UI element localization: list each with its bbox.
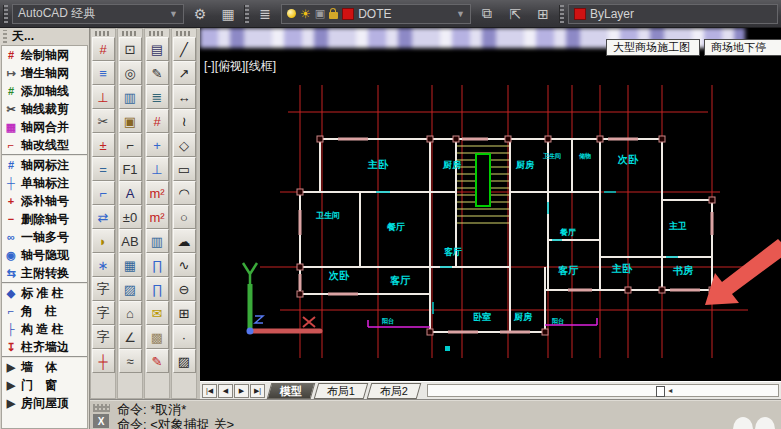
ray-icon[interactable]: ↗ <box>173 61 196 85</box>
ab-leader-icon[interactable]: AB <box>119 229 142 253</box>
circle-icon[interactable]: ○ <box>173 205 196 229</box>
sidebar-menu-item[interactable]: ◉ 轴号隐现 <box>2 246 87 264</box>
axis-tee-icon[interactable]: ⊥ <box>92 85 115 109</box>
toolbar-grip[interactable] <box>149 31 165 36</box>
sidebar-menu-item[interactable]: ⇆ 主附转换 <box>2 264 87 282</box>
wave-line-icon[interactable]: ≈ <box>119 349 142 373</box>
toolbar-grip[interactable] <box>244 5 249 23</box>
sidebar-menu-item[interactable]: − 删除轴号 <box>2 210 87 228</box>
polygon-icon[interactable]: ◇ <box>173 133 196 157</box>
revision-cloud-icon[interactable]: ☁ <box>173 229 196 253</box>
axis-trim-icon[interactable]: ✂ <box>92 109 115 133</box>
calculator-icon[interactable]: ▤ <box>146 37 169 61</box>
table-icon[interactable]: ▦ <box>119 253 142 277</box>
tab-nav-prev-button[interactable]: ◀ <box>218 384 233 398</box>
area-calc-icon[interactable]: m² <box>146 181 169 205</box>
viewport-controls-label[interactable]: [-][俯视][线框] <box>204 58 276 75</box>
axis-swap-icon[interactable]: ⇄ <box>92 205 115 229</box>
layer-properties-button[interactable]: ≣ <box>253 2 277 26</box>
text-style-icon[interactable]: 字 <box>92 277 115 301</box>
door-frame-icon[interactable]: ∏ <box>146 253 169 277</box>
insert-block-icon[interactable]: ⊞ <box>173 301 196 325</box>
ellipse-icon[interactable]: ⊖ <box>173 277 196 301</box>
image-frame-icon[interactable]: ▣ <box>119 109 142 133</box>
make-object-layer-current-button[interactable]: ⧉ <box>475 2 499 26</box>
pencil-icon[interactable]: ✎ <box>146 349 169 373</box>
dome-icon[interactable]: ⌂ <box>119 301 142 325</box>
sidebar-menu-item[interactable]: # 轴网标注 <box>2 154 87 174</box>
construction-line-icon[interactable]: ↔ <box>173 85 196 109</box>
level-symbol-icon[interactable]: ±0 <box>119 205 142 229</box>
scrollbar-left-arrow-icon[interactable]: ◂ <box>668 385 672 396</box>
sidebar-menu-item[interactable]: ▦ 轴网合并 <box>2 118 87 136</box>
mail-icon[interactable]: ✉ <box>146 301 169 325</box>
text-arrow-icon[interactable]: A <box>119 181 142 205</box>
column-insert-icon[interactable]: + <box>146 133 169 157</box>
layer-stack-icon[interactable]: ≣ <box>146 85 169 109</box>
drawing-canvas[interactable]: 大型商场施工图 商场地下停 [-][俯视][线框] <box>200 28 781 399</box>
draw-axis-grid-icon[interactable]: # <box>92 37 115 61</box>
layer-plot-icon[interactable]: ▣ <box>315 7 325 20</box>
axis-dim-icon[interactable]: ┼ <box>92 349 115 373</box>
text-edit-icon[interactable]: 字 <box>92 301 115 325</box>
sheet-edit-icon[interactable]: ✎ <box>146 61 169 85</box>
workspace-save-button[interactable]: ▦ <box>216 2 240 26</box>
layer-states-button[interactable]: ⊞ <box>531 2 555 26</box>
text-box-icon[interactable]: 字 <box>92 325 115 349</box>
spline-icon[interactable]: ∿ <box>173 253 196 277</box>
area-table-icon[interactable]: m² <box>146 205 169 229</box>
point-icon[interactable]: · <box>173 325 196 349</box>
sidebar-menu-item[interactable]: ◆ 标 准 柱 <box>2 282 87 302</box>
door-frame2-icon[interactable]: ∏ <box>146 277 169 301</box>
toolbar-grip[interactable] <box>122 31 138 36</box>
tab-nav-last-button[interactable]: ▶| <box>250 384 265 398</box>
tab-layout2[interactable]: 布局2 <box>367 383 422 399</box>
tab-layout1[interactable]: 布局1 <box>314 383 369 399</box>
layer-on-bulb-icon[interactable] <box>287 9 296 18</box>
toolbar-grip[interactable] <box>559 5 564 23</box>
axis-annotate-icon[interactable]: ≡ <box>92 61 115 85</box>
column-section-icon[interactable]: ▥ <box>119 85 142 109</box>
line-icon[interactable]: ╱ <box>173 37 196 61</box>
axis-grid2-icon[interactable]: # <box>146 109 169 133</box>
sidebar-menu-item[interactable]: ⌐ 轴改线型 <box>2 136 87 154</box>
f1-label-icon[interactable]: F1 <box>119 157 142 181</box>
sidebar-menu-item[interactable]: ↦ 增生轴网 <box>2 64 87 82</box>
sidebar-menu-item[interactable]: ▶ 房间屋顶 <box>2 394 87 412</box>
sidebar-menu-item[interactable]: ∞ 一轴多号 <box>2 228 87 246</box>
horizontal-scrollbar[interactable]: ◂ <box>427 384 779 397</box>
hatch-icon[interactable]: ▨ <box>173 349 196 373</box>
hatch-panel-icon[interactable]: ▨ <box>119 277 142 301</box>
column-star-icon[interactable]: ∗ <box>92 253 115 277</box>
arc-icon[interactable]: ◠ <box>173 181 196 205</box>
layer-unlock-icon[interactable] <box>329 12 338 19</box>
command-history[interactable]: 命令: *取消* 命令: <对象捕捉 关> <box>117 402 234 429</box>
polyline-icon[interactable]: ≀ <box>173 109 196 133</box>
sidebar-title[interactable]: 天... <box>0 28 89 45</box>
double-line-icon[interactable]: = <box>92 157 115 181</box>
sidebar-menu-item[interactable]: ┼ 单轴标注 <box>2 174 87 192</box>
sidebar-menu-item[interactable]: ⌐ 角 柱 <box>2 302 87 320</box>
layer-thaw-sun-icon[interactable]: ☀ <box>300 9 311 19</box>
bag-icon[interactable]: ▩ <box>146 325 169 349</box>
layer-dropdown[interactable]: ☀ ▣ DOTE ▼ <box>281 4 471 24</box>
layer-previous-button[interactable]: ⇱ <box>503 2 527 26</box>
workspace-settings-button[interactable]: ⚙ <box>188 2 212 26</box>
pipe-tool-icon[interactable]: ⌐ <box>119 133 142 157</box>
workspace-dropdown[interactable]: AutoCAD 经典 ▼ <box>12 4 184 24</box>
toolbar-grip[interactable] <box>95 31 111 36</box>
sidebar-menu-item[interactable]: # 添加轴线 <box>2 82 87 100</box>
layer-color-swatch[interactable] <box>342 8 354 20</box>
toolbar-grip[interactable] <box>176 31 192 36</box>
sidebar-menu-item[interactable]: # 绘制轴网 <box>2 46 87 64</box>
tab-model[interactable]: 模型 <box>267 383 316 399</box>
color-dropdown[interactable]: ByLayer <box>568 4 778 24</box>
axis-level-icon[interactable]: ± <box>92 133 115 157</box>
close-icon[interactable]: X <box>93 414 109 428</box>
corner-axis-icon[interactable]: ⌐ <box>92 181 115 205</box>
tab-nav-first-button[interactable]: |◀ <box>202 384 217 398</box>
sidebar-menu-item[interactable]: ↧ 柱齐墙边 <box>2 338 87 356</box>
sidebar-menu-item[interactable]: ├ 构 造 柱 <box>2 320 87 338</box>
scrollbar-thumb[interactable] <box>656 386 665 397</box>
sidebar-menu-item[interactable]: + 添补轴号 <box>2 192 87 210</box>
